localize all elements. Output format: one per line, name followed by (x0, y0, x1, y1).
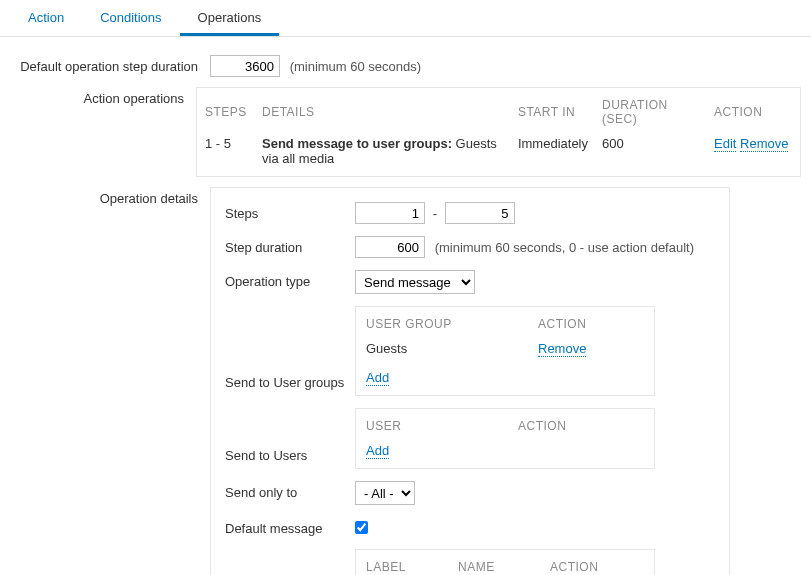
table-row: Guests Remove (358, 337, 652, 364)
operation-details-box: Steps - Step duration (minimum 60 second… (210, 187, 730, 575)
user-add-link[interactable]: Add (366, 443, 389, 459)
col-user-action: ACTION (510, 411, 652, 437)
send-only-to-select[interactable]: - All - (355, 481, 415, 505)
tabs: Action Conditions Operations (0, 0, 811, 37)
col-duration: DURATION (SEC) (596, 90, 706, 130)
default-step-duration-input[interactable] (210, 55, 280, 77)
conditions-table: LABEL NAME ACTION New (355, 549, 655, 575)
operation-type-select[interactable]: Send message (355, 270, 475, 294)
step-duration-input[interactable] (355, 236, 425, 258)
table-row: 1 - 5 Send message to user groups: Guest… (199, 132, 798, 174)
send-only-to-label: Send only to (225, 481, 355, 500)
col-start-in: START IN (512, 90, 594, 130)
dash: - (433, 206, 437, 221)
col-cond-label: LABEL (358, 552, 448, 575)
default-step-duration-hint: (minimum 60 seconds) (290, 59, 422, 74)
col-ug-action: ACTION (530, 309, 652, 335)
step-duration-label: Step duration (225, 236, 355, 255)
default-message-checkbox[interactable] (355, 521, 368, 534)
tab-operations[interactable]: Operations (180, 0, 280, 36)
col-user-group: USER GROUP (358, 309, 528, 335)
cell-steps: 1 - 5 (199, 132, 254, 174)
remove-link[interactable]: Remove (740, 136, 788, 152)
col-cond-name: NAME (450, 552, 540, 575)
operation-details-label: Operation details (10, 187, 210, 206)
col-steps: STEPS (199, 90, 254, 130)
send-to-users-label: Send to Users (225, 444, 355, 469)
cell-duration: 600 (596, 132, 706, 174)
step-duration-hint: (minimum 60 seconds, 0 - use action defa… (435, 240, 694, 255)
tab-action[interactable]: Action (10, 0, 82, 36)
steps-to-input[interactable] (445, 202, 515, 224)
col-cond-action: ACTION (542, 552, 652, 575)
form-area: Default operation step duration (minimum… (0, 37, 811, 575)
col-user: USER (358, 411, 508, 437)
default-message-label: Default message (225, 517, 355, 536)
send-to-user-groups-label: Send to User groups (225, 371, 355, 396)
action-operations-label: Action operations (10, 87, 196, 106)
default-step-duration-label: Default operation step duration (10, 55, 210, 74)
cell-details: Send message to user groups: Guests via … (256, 132, 510, 174)
col-details: DETAILS (256, 90, 510, 130)
operation-type-label: Operation type (225, 270, 355, 289)
user-groups-table: USER GROUP ACTION Guests Remove Add (355, 306, 655, 396)
user-group-remove-link[interactable]: Remove (538, 341, 586, 357)
steps-label: Steps (225, 202, 355, 221)
col-action: ACTION (708, 90, 798, 130)
cell-user-group: Guests (358, 337, 528, 364)
details-bold: Send message to user groups: (262, 136, 452, 151)
tab-conditions[interactable]: Conditions (82, 0, 179, 36)
users-table: USER ACTION Add (355, 408, 655, 469)
action-operations-table: STEPS DETAILS START IN DURATION (SEC) AC… (196, 87, 801, 177)
edit-link[interactable]: Edit (714, 136, 736, 152)
user-group-add-link[interactable]: Add (366, 370, 389, 386)
steps-from-input[interactable] (355, 202, 425, 224)
cell-start-in: Immediately (512, 132, 594, 174)
